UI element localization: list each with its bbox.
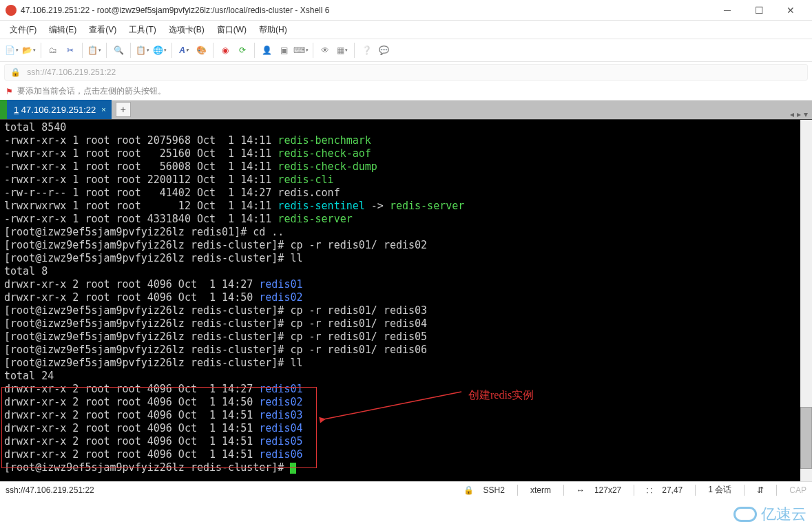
- flag-icon: ⚑: [6, 87, 13, 96]
- chat-icon[interactable]: 💬: [376, 43, 391, 58]
- menu-view[interactable]: 查看(V): [83, 22, 122, 38]
- terminal-line: [root@izwz9ef5sjam9pvfyiz26lz redis-clus…: [4, 330, 808, 344]
- terminal-line: -rwxr-xr-x 1 root root 2075968 Oct 1 14:…: [4, 134, 808, 147]
- font-icon[interactable]: A: [176, 43, 191, 58]
- separator: [563, 485, 564, 496]
- open-icon[interactable]: 📂: [21, 43, 37, 58]
- status-sessions: 1 会话: [708, 484, 731, 496]
- status-url: ssh://47.106.219.251:22: [6, 485, 454, 495]
- session-tab[interactable]: 1 47.106.219.251:22 ×: [7, 100, 112, 119]
- status-size: 127x27: [594, 485, 621, 495]
- terminal-line: total 8: [4, 265, 808, 278]
- address-bar: 🔒 ssh://47.106.219.251:22: [0, 62, 812, 83]
- separator: [313, 43, 313, 58]
- hint-bar: ⚑ 要添加当前会话，点击左侧的箭头按钮。: [0, 83, 812, 101]
- globe-icon[interactable]: 🌐: [152, 43, 167, 58]
- cut-icon[interactable]: ✂: [63, 43, 78, 58]
- palette-icon[interactable]: 🎨: [194, 43, 209, 58]
- terminal-line: -rwxr-xr-x 1 root root 4331840 Oct 1 14:…: [4, 213, 808, 226]
- tab-menu-icon[interactable]: ▾: [804, 109, 808, 119]
- help-icon[interactable]: ❔: [359, 43, 374, 58]
- tab-close-icon[interactable]: ×: [101, 105, 105, 114]
- status-net-icon: ⇵: [757, 485, 764, 495]
- status-pos-icon: ⸬: [647, 485, 652, 495]
- terminal-line: [root@izwz9ef5sjam9pvfyiz26lz redis-clus…: [4, 317, 808, 330]
- tab-prev-icon[interactable]: ◂: [790, 109, 794, 119]
- grid-icon[interactable]: ▦: [335, 43, 350, 58]
- status-lock-icon: 🔒: [464, 485, 474, 495]
- menu-tabs[interactable]: 选项卡(B): [163, 22, 210, 38]
- menu-window[interactable]: 窗口(W): [211, 22, 252, 38]
- terminal-line: [root@izwz9ef5sjam9pvfyiz26lz redis-clus…: [4, 252, 808, 265]
- menu-edit[interactable]: 编辑(E): [43, 22, 82, 38]
- menu-tools[interactable]: 工具(T): [123, 22, 161, 38]
- address-input[interactable]: 🔒 ssh://47.106.219.251:22: [4, 64, 808, 81]
- status-pos: 27,47: [662, 485, 683, 495]
- status-ssh: SSH2: [483, 485, 505, 495]
- new-icon[interactable]: 📄: [4, 43, 19, 58]
- watermark-text: 亿速云: [761, 504, 806, 525]
- status-term: xterm: [530, 485, 551, 495]
- lock-icon: 🔒: [10, 67, 21, 77]
- separator: [354, 43, 355, 58]
- window-controls: ─ ☐ ✕: [711, 0, 806, 21]
- terminal-line: total 24: [4, 370, 808, 383]
- close-button[interactable]: ✕: [775, 0, 806, 21]
- code-icon[interactable]: ⌨: [293, 43, 309, 58]
- hint-text: 要添加当前会话，点击左侧的箭头按钮。: [17, 85, 166, 97]
- tab-next-icon[interactable]: ▸: [797, 109, 801, 119]
- cloud-icon: [733, 507, 757, 522]
- terminal-line: drwxr-xr-x 2 root root 4096 Oct 1 14:27 …: [4, 278, 808, 291]
- tab-nav: ◂ ▸ ▾: [790, 109, 812, 119]
- app-icon: [6, 5, 17, 16]
- separator: [171, 43, 172, 58]
- watermark: 亿速云: [733, 504, 806, 525]
- separator: [517, 485, 518, 496]
- status-size-icon: ↔: [576, 485, 585, 495]
- separator: [695, 485, 696, 496]
- terminal-line: -rwxr-xr-x 1 root root 56008 Oct 1 14:11…: [4, 160, 808, 173]
- minimize-button[interactable]: ─: [711, 0, 743, 21]
- terminal[interactable]: total 8540 -rwxr-xr-x 1 root root 207596…: [0, 120, 812, 481]
- terminal-line: [root@izwz9ef5sjam9pvfyiz26lz redis-clus…: [4, 344, 808, 357]
- add-tab-button[interactable]: +: [116, 102, 131, 117]
- status-cap: CAP: [789, 485, 806, 495]
- separator: [776, 485, 777, 496]
- svg-line-0: [324, 392, 461, 419]
- address-text: ssh://47.106.219.251:22: [27, 67, 116, 77]
- tree-icon[interactable]: 🗂: [45, 43, 61, 58]
- search-icon[interactable]: 🔍: [111, 43, 126, 58]
- terminal-line: [root@izwz9ef5sjam9pvfyiz26lz redis01]# …: [4, 226, 808, 239]
- terminal-line: total 8540: [4, 121, 808, 134]
- separator: [106, 43, 107, 58]
- terminal-line: -rwxr-xr-x 1 root root 2200112 Oct 1 14:…: [4, 173, 808, 187]
- copy-icon[interactable]: 📋: [87, 43, 102, 58]
- record-icon[interactable]: ◉: [218, 43, 233, 58]
- annotation-label: 创建redis实例: [468, 388, 534, 401]
- annotation-arrow: [317, 388, 468, 430]
- menu-bar: 文件(F) 编辑(E) 查看(V) 工具(T) 选项卡(B) 窗口(W) 帮助(…: [0, 21, 812, 39]
- maximize-button[interactable]: ☐: [743, 0, 775, 21]
- eye-icon[interactable]: 👁: [317, 43, 333, 58]
- title-bar: 47.106.219.251:22 - root@izwz9ef5sjam9pv…: [0, 0, 812, 21]
- separator: [634, 485, 634, 496]
- terminal-line: lrwxrwxrwx 1 root root 12 Oct 1 14:11 re…: [4, 200, 808, 213]
- menu-file[interactable]: 文件(F): [4, 22, 42, 38]
- active-indicator: [0, 100, 7, 119]
- terminal-line: [root@izwz9ef5sjam9pvfyiz26lz redis-clus…: [4, 357, 808, 370]
- scrollbar-thumb[interactable]: [800, 407, 812, 469]
- refresh-icon[interactable]: ⟳: [235, 43, 250, 58]
- terminal-line: [root@izwz9ef5sjam9pvfyiz26lz redis-clus…: [4, 239, 808, 252]
- terminal-line: -rwxr-xr-x 1 root root 25160 Oct 1 14:11…: [4, 147, 808, 160]
- toolbar: 📄 📂 🗂 ✂ 📋 🔍 📋 🌐 A 🎨 ◉ ⟳ 👤 ▣ ⌨ 👁 ▦ ❔ 💬: [0, 39, 812, 62]
- tab-bar: 1 47.106.219.251:22 × + ◂ ▸ ▾: [0, 101, 812, 120]
- window-title: 47.106.219.251:22 - root@izwz9ef5sjam9pv…: [21, 6, 711, 15]
- terminal-line: [root@izwz9ef5sjam9pvfyiz26lz redis-clus…: [4, 304, 808, 317]
- person-icon[interactable]: 👤: [259, 43, 274, 58]
- menu-help[interactable]: 帮助(H): [253, 22, 293, 38]
- separator: [41, 43, 41, 58]
- paste-icon[interactable]: 📋: [135, 43, 150, 58]
- separator: [82, 43, 83, 58]
- status-bar: ssh://47.106.219.251:22 🔒 SSH2 xterm ↔ 1…: [0, 481, 812, 498]
- terminal-icon[interactable]: ▣: [276, 43, 291, 58]
